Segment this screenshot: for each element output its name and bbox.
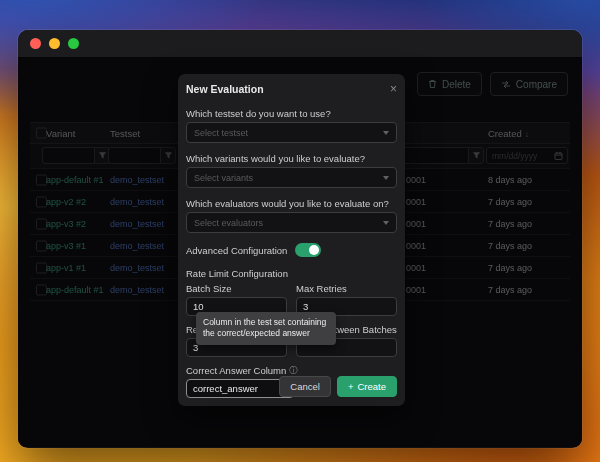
evaluators-select[interactable]: Select evaluators (186, 212, 397, 233)
correct-answer-input[interactable] (186, 379, 294, 398)
new-evaluation-modal: New Evaluation × Which testset do you wa… (178, 74, 405, 406)
modal-header: New Evaluation × (186, 80, 397, 98)
chevron-down-icon (383, 176, 389, 180)
traffic-light-zoom-button[interactable] (68, 38, 79, 49)
variants-select[interactable]: Select variants (186, 167, 397, 188)
variants-question-label: Which variants would you like to evaluat… (186, 153, 397, 164)
traffic-light-minimize-button[interactable] (49, 38, 60, 49)
chevron-down-icon (383, 221, 389, 225)
app-content: Delete Compare Variant Testset Created ↓ (18, 58, 582, 447)
batch-size-label: Batch Size (186, 283, 287, 294)
testset-select-placeholder: Select testset (194, 128, 248, 138)
correct-answer-label-text: Correct Answer Column (186, 365, 286, 376)
create-button-label: Create (357, 381, 386, 392)
modal-footer: Cancel + Create (279, 376, 397, 397)
toggle-knob (309, 245, 319, 255)
advanced-configuration-row: Advanced Configuration (186, 243, 397, 257)
info-icon[interactable]: ⓘ (289, 365, 297, 376)
app-window: Delete Compare Variant Testset Created ↓ (18, 30, 582, 448)
advanced-configuration-label: Advanced Configuration (186, 245, 287, 256)
testset-select[interactable]: Select testset (186, 122, 397, 143)
traffic-light-close-button[interactable] (30, 38, 41, 49)
tooltip: Column in the test set containing the co… (196, 312, 336, 345)
evaluators-select-placeholder: Select evaluators (194, 218, 263, 228)
chevron-down-icon (383, 131, 389, 135)
rate-limit-section-label: Rate Limit Configuration (186, 268, 397, 279)
close-icon[interactable]: × (390, 83, 397, 95)
modal-title: New Evaluation (186, 83, 264, 95)
create-button[interactable]: + Create (337, 376, 397, 397)
max-retries-label: Max Retries (296, 283, 397, 294)
advanced-config-toggle[interactable] (295, 243, 321, 257)
evaluators-question-label: Which evaluators would you like to evalu… (186, 198, 397, 209)
testset-question-label: Which testset do you want to use? (186, 108, 397, 119)
cancel-button[interactable]: Cancel (279, 376, 331, 397)
plus-icon: + (348, 381, 354, 392)
window-titlebar[interactable] (18, 30, 582, 58)
variants-select-placeholder: Select variants (194, 173, 253, 183)
correct-answer-label: Correct Answer Column ⓘ (186, 365, 397, 376)
